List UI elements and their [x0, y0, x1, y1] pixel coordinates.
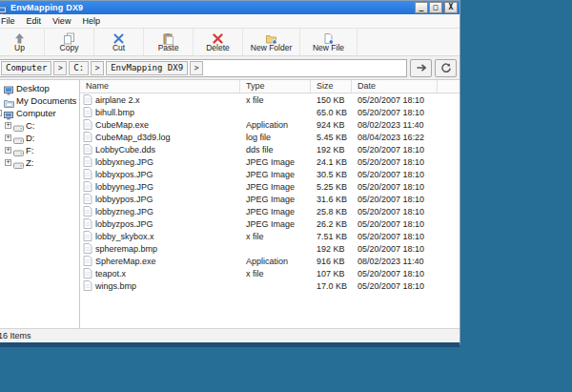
file-name: teapot.x [95, 269, 126, 279]
cell-type: x file [240, 232, 311, 241]
file-name: lobbyxpos.JPG [95, 170, 153, 179]
breadcrumb-chevron-icon[interactable]: > [190, 61, 203, 75]
breadcrumb-chevron-icon[interactable]: > [53, 61, 67, 75]
file-icon [83, 256, 92, 266]
tree-item-label: D: [26, 133, 35, 143]
table-row[interactable]: lobbyxneg.JPGJPEG Image24.1 KB05/20/2007… [80, 155, 460, 168]
new-folder-button[interactable]: New Folder [243, 29, 300, 55]
status-item-count: 16 Items [0, 331, 31, 340]
cell-name: lobbyypos.JPG [80, 194, 240, 204]
breadcrumb-segment[interactable]: C: [69, 61, 89, 75]
new-file-button[interactable]: New File [300, 29, 358, 55]
tree-item-label: Desktop [16, 83, 50, 93]
breadcrumb-chevron-icon[interactable]: > [91, 61, 104, 75]
expand-icon[interactable]: + [5, 122, 11, 129]
table-row[interactable]: lobbyypos.JPGJPEG Image31.6 KB05/20/2007… [80, 193, 460, 205]
cell-name: lobbyxpos.JPG [80, 169, 240, 179]
table-row[interactable]: lobbyzneg.JPGJPEG Image25.8 KB05/20/2007… [80, 205, 460, 217]
menu-item-edit[interactable]: Edit [21, 14, 48, 29]
folder-tree: DesktopMy Documents-Computer+C:+D:+F:+Z: [0, 80, 80, 328]
toolbar-button-label: Up [14, 44, 25, 52]
file-manager-window: EnvMapping DX9 _ □ X FileEditViewHelp Up… [0, 0, 460, 347]
tree-item-d-[interactable]: +D: [0, 132, 79, 144]
table-row[interactable]: bihull.bmp65.0 KB05/20/2007 18:10 [80, 106, 460, 118]
menu-item-file[interactable]: File [0, 14, 21, 29]
cell-name: SphereMap.exe [80, 256, 240, 266]
toolbar-button-label: Delete [206, 44, 230, 52]
cell-type: JPEG Image [240, 207, 311, 217]
column-header-type[interactable]: Type [240, 80, 311, 93]
tree-item-f-[interactable]: +F: [0, 144, 79, 156]
table-row[interactable]: spheremap.bmp192 KB05/20/2007 18:10 [80, 242, 460, 255]
menu-item-view[interactable]: View [47, 14, 76, 29]
toolbar-button-label: New Folder [251, 44, 292, 52]
file-icon [83, 181, 92, 192]
table-row[interactable]: lobbyyneg.JPGJPEG Image5.25 KB05/20/2007… [80, 180, 460, 193]
drive-icon [13, 157, 24, 168]
delete-button[interactable]: Delete [194, 29, 243, 55]
copy-button[interactable]: Copy [45, 29, 94, 55]
file-icon [83, 169, 92, 179]
file-icon [83, 194, 92, 204]
breadcrumb-segment[interactable]: EnvMapping DX9 [106, 61, 188, 75]
file-name: lobby_skybox.x [95, 232, 154, 241]
table-row[interactable]: airplane 2.xx file150 KB05/20/2007 18:10 [80, 93, 460, 106]
cell-type: x file [240, 269, 311, 279]
go-button[interactable] [410, 59, 432, 77]
table-row[interactable]: lobbyxpos.JPGJPEG Image30.5 KB05/20/2007… [80, 168, 460, 180]
title-bar[interactable]: EnvMapping DX9 _ □ X [0, 1, 460, 14]
cell-size: 26.2 KB [311, 219, 352, 229]
drive-icon [13, 133, 24, 143]
table-row[interactable]: CubeMap.exeApplication924 KB08/02/2023 1… [80, 118, 460, 131]
table-row[interactable]: CubeMap_d3d9.loglog file5.45 KB08/04/202… [80, 131, 460, 143]
table-row[interactable]: LobbyCube.ddsdds file192 KB05/20/2007 18… [80, 143, 460, 155]
app-icon [0, 3, 8, 13]
menu-item-help[interactable]: Help [76, 14, 106, 29]
tree-item-my-documents[interactable]: My Documents [0, 94, 79, 107]
table-row[interactable]: teapot.xx file107 KB05/20/2007 18:10 [80, 267, 460, 279]
file-icon [83, 144, 92, 155]
cell-name: lobbyyneg.JPG [80, 181, 240, 192]
cut-button[interactable]: Cut [94, 29, 144, 55]
expand-icon[interactable]: + [5, 147, 11, 154]
cell-date: 05/20/2007 18:10 [352, 269, 438, 279]
cell-size: 5.25 KB [311, 182, 352, 192]
expand-icon[interactable]: + [5, 159, 11, 166]
table-row[interactable]: SphereMap.exeApplication916 KB08/02/2023… [80, 255, 460, 267]
file-icon [83, 206, 92, 217]
file-name: lobbyzneg.JPG [95, 207, 153, 217]
status-bar: 16 Items [0, 328, 460, 342]
column-header-date[interactable]: Date [352, 80, 438, 93]
maximize-button[interactable]: □ [429, 2, 442, 13]
cell-type: JPEG Image [240, 182, 311, 192]
cell-size: 25.8 KB [311, 207, 352, 217]
tree-item-z-[interactable]: +Z: [0, 156, 79, 169]
close-button[interactable]: X [444, 2, 458, 13]
cell-type: JPEG Image [240, 170, 311, 179]
table-row[interactable]: wings.bmp17.0 KB05/20/2007 18:10 [80, 279, 460, 292]
column-header-size[interactable]: Size [311, 80, 352, 93]
cell-date: 05/20/2007 18:10 [352, 108, 438, 117]
file-name: spheremap.bmp [95, 244, 157, 254]
column-header-name[interactable]: Name [80, 80, 240, 93]
paste-button[interactable]: Paste [144, 29, 194, 55]
cell-date: 05/20/2007 18:10 [352, 244, 438, 254]
file-name: lobbyxneg.JPG [95, 157, 153, 167]
tree-item-desktop[interactable]: Desktop [0, 82, 79, 94]
breadcrumb-segment[interactable]: Computer [1, 61, 51, 75]
cell-size: 30.5 KB [311, 170, 352, 179]
file-name: CubeMap.exe [95, 120, 149, 130]
file-icon [83, 94, 92, 105]
cell-date: 05/20/2007 18:10 [352, 195, 438, 204]
file-name: SphereMap.exe [95, 257, 156, 266]
file-icon [83, 107, 92, 117]
up-button[interactable]: Up [0, 29, 45, 55]
refresh-button[interactable] [435, 59, 457, 77]
expand-icon[interactable]: + [5, 134, 11, 141]
cell-type: log file [240, 133, 311, 142]
table-row[interactable]: lobby_skybox.xx file7.51 KB05/20/2007 18… [80, 230, 460, 242]
tree-item-computer[interactable]: -Computer [0, 107, 79, 119]
minimize-button[interactable]: _ [415, 2, 428, 13]
table-row[interactable]: lobbyzpos.JPGJPEG Image26.2 KB05/20/2007… [80, 217, 460, 230]
collapse-icon[interactable]: - [0, 110, 2, 116]
